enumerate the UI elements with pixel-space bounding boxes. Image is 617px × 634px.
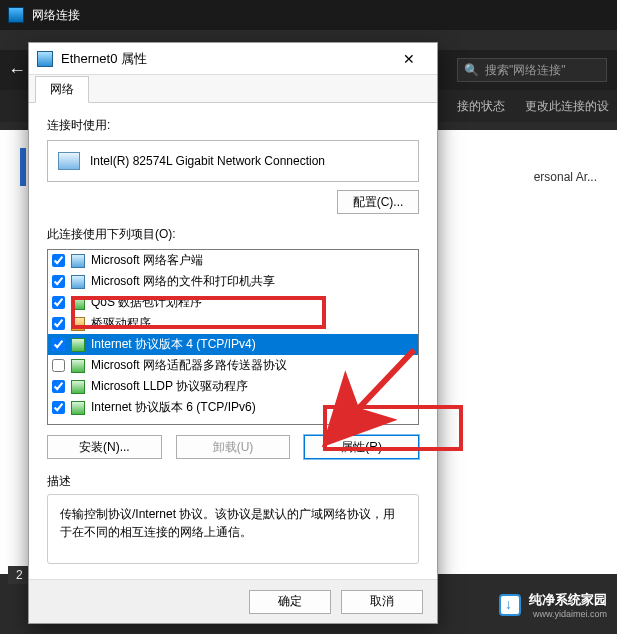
proto-icon: [71, 296, 85, 310]
client-icon: [71, 254, 85, 268]
list-item-checkbox[interactable]: [52, 359, 65, 372]
drv-icon: [71, 317, 85, 331]
list-item-label: Microsoft 网络适配器多路传送器协议: [91, 357, 287, 374]
list-item-label: 桥驱动程序: [91, 315, 151, 332]
dialog-footer: 确定 取消: [29, 579, 437, 623]
close-button[interactable]: ✕: [389, 51, 429, 67]
list-item-checkbox[interactable]: [52, 380, 65, 393]
network-connections-icon: [8, 7, 24, 23]
connection-items-list[interactable]: Microsoft 网络客户端Microsoft 网络的文件和打印机共享QoS …: [47, 249, 419, 425]
proto-icon: [71, 359, 85, 373]
ethernet-properties-dialog: Ethernet0 属性 ✕ 网络 连接时使用: Intel(R) 82574L…: [28, 42, 438, 624]
connect-using-label: 连接时使用:: [47, 117, 419, 134]
tab-network[interactable]: 网络: [35, 76, 89, 103]
search-box[interactable]: 🔍 搜索"网络连接": [457, 58, 607, 82]
cmd-status[interactable]: 接的状态: [457, 98, 505, 115]
parent-titlebar: 网络连接: [0, 0, 617, 30]
items-label: 此连接使用下列项目(O):: [47, 226, 419, 243]
parent-window-title: 网络连接: [32, 7, 80, 24]
ok-button[interactable]: 确定: [249, 590, 331, 614]
tab-strip: 网络: [29, 75, 437, 103]
back-arrow-icon[interactable]: ←: [8, 60, 26, 81]
cancel-button[interactable]: 取消: [341, 590, 423, 614]
adapter-icon: [58, 152, 80, 170]
adapter-field: Intel(R) 82574L Gigabit Network Connecti…: [47, 140, 419, 182]
cmd-change[interactable]: 更改此连接的设: [525, 98, 609, 115]
list-item[interactable]: Microsoft 网络的文件和打印机共享: [48, 271, 418, 292]
client-icon: [71, 275, 85, 289]
adapter-tile-edge: [20, 148, 26, 186]
watermark: 纯净系统家园 www.yidaimei.com: [499, 591, 607, 619]
list-item-label: Microsoft LLDP 协议驱动程序: [91, 378, 248, 395]
dialog-titlebar: Ethernet0 属性 ✕: [29, 43, 437, 75]
uninstall-button[interactable]: 卸载(U): [176, 435, 291, 459]
description-group: 描述 传输控制协议/Internet 协议。该协议是默认的广域网络协议，用于在不…: [47, 473, 419, 564]
watermark-brand: 纯净系统家园: [529, 592, 607, 607]
list-item-checkbox[interactable]: [52, 317, 65, 330]
search-icon: 🔍: [464, 63, 479, 77]
install-button[interactable]: 安装(N)...: [47, 435, 162, 459]
list-item-label: Internet 协议版本 6 (TCP/IPv6): [91, 399, 256, 416]
list-item-checkbox[interactable]: [52, 401, 65, 414]
dialog-title: Ethernet0 属性: [61, 50, 389, 68]
list-item[interactable]: Internet 协议版本 6 (TCP/IPv6): [48, 397, 418, 418]
list-item-checkbox[interactable]: [52, 338, 65, 351]
description-text: 传输控制协议/Internet 协议。该协议是默认的广域网络协议，用于在不同的相…: [47, 494, 419, 564]
list-item[interactable]: Microsoft 网络客户端: [48, 250, 418, 271]
adapter-name-truncated: ersonal Ar...: [534, 170, 597, 184]
proto-icon: [71, 401, 85, 415]
nic-icon: [37, 51, 53, 67]
list-item[interactable]: 桥驱动程序: [48, 313, 418, 334]
description-label: 描述: [47, 473, 419, 490]
list-item-label: Microsoft 网络客户端: [91, 252, 203, 269]
list-item-checkbox[interactable]: [52, 296, 65, 309]
list-item-checkbox[interactable]: [52, 275, 65, 288]
watermark-url: www.yidaimei.com: [533, 609, 607, 619]
list-item[interactable]: Microsoft 网络适配器多路传送器协议: [48, 355, 418, 376]
list-item-checkbox[interactable]: [52, 254, 65, 267]
list-item[interactable]: Microsoft LLDP 协议驱动程序: [48, 376, 418, 397]
configure-button[interactable]: 配置(C)...: [337, 190, 419, 214]
properties-button[interactable]: 属性(R): [304, 435, 419, 459]
dialog-body: 连接时使用: Intel(R) 82574L Gigabit Network C…: [29, 103, 437, 579]
search-placeholder: 搜索"网络连接": [485, 62, 566, 79]
list-item-label: Internet 协议版本 4 (TCP/IPv4): [91, 336, 256, 353]
proto-icon: [71, 338, 85, 352]
adapter-name: Intel(R) 82574L Gigabit Network Connecti…: [90, 154, 325, 168]
list-item[interactable]: QoS 数据包计划程序: [48, 292, 418, 313]
proto-icon: [71, 380, 85, 394]
list-item[interactable]: Internet 协议版本 4 (TCP/IPv4): [48, 334, 418, 355]
parent-window: 网络连接: [0, 0, 617, 30]
list-item-label: QoS 数据包计划程序: [91, 294, 202, 311]
watermark-logo-icon: [499, 594, 521, 616]
list-item-label: Microsoft 网络的文件和打印机共享: [91, 273, 275, 290]
